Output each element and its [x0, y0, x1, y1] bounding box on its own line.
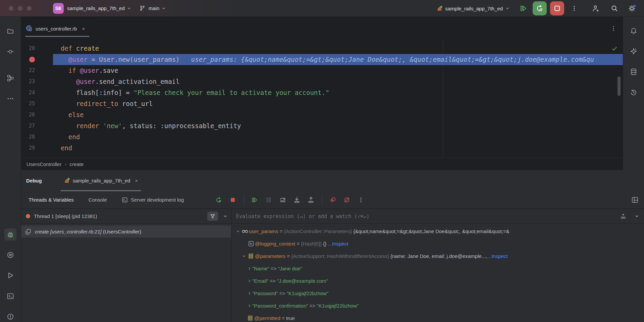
gutter[interactable]: 27 — [21, 120, 53, 131]
code-line[interactable]: 26 else — [21, 109, 623, 120]
terminal-toolwindow-button[interactable] — [4, 290, 16, 302]
rerun-button[interactable] — [214, 195, 223, 205]
editor-scrollbar-thumb[interactable] — [618, 76, 621, 96]
inspect-link[interactable]: ...Inspect — [487, 253, 508, 259]
variable-row[interactable]: "Name" => "Jane doe" — [231, 262, 644, 275]
code-line[interactable]: 23 @user.send_activation_email — [21, 76, 623, 87]
variable-row[interactable]: user_params = {ActionController::Paramet… — [231, 225, 644, 237]
resume-program-button[interactable] — [517, 2, 529, 14]
gutter[interactable]: 25 — [21, 98, 53, 109]
code-line[interactable]: @user = User.new(user_params) user_param… — [21, 54, 623, 65]
thread-dropdown-chevron[interactable] — [223, 214, 228, 219]
kebab-menu-icon — [571, 5, 577, 11]
chevron-right-icon[interactable] — [247, 291, 252, 296]
zoom-window-button[interactable] — [27, 6, 32, 11]
project-widget[interactable]: SE sample_rails_app_7th_ed — [50, 1, 134, 16]
gutter[interactable]: 24 — [21, 87, 53, 98]
minimize-window-button[interactable] — [18, 6, 22, 11]
more-run-actions-button[interactable] — [568, 2, 580, 14]
variable-row[interactable]: @logging_context = {Hash[0]} {} ...Inspe… — [231, 237, 644, 250]
vcs-branch-widget[interactable]: main — [137, 3, 169, 13]
macos-traffic-lights[interactable] — [9, 6, 32, 11]
thread-selector[interactable]: Thread 1 [sleep] (pid 12381) — [21, 209, 231, 223]
tab-console[interactable]: Console — [89, 197, 107, 203]
thread-filter-button[interactable] — [207, 212, 218, 221]
stop-button[interactable] — [550, 1, 564, 15]
problems-toolwindow-button[interactable] — [4, 311, 16, 322]
tab-threads-variables[interactable]: Threads & Variables — [29, 197, 74, 203]
code-editor[interactable]: 20 def create @user = User.new(user_para… — [21, 40, 623, 158]
run-configuration-selector[interactable]: sample_rails_app_7th_ed — [434, 3, 513, 14]
step-into-button[interactable] — [292, 195, 302, 205]
code-line[interactable]: 25 redirect_to root_url — [21, 98, 623, 109]
view-breakpoints-button[interactable] — [328, 195, 337, 205]
chevron-right-icon[interactable] — [247, 266, 252, 271]
gutter[interactable]: 28 — [21, 131, 53, 143]
commit-toolwindow-button[interactable] — [4, 46, 16, 58]
inspections-ok-check-icon[interactable] — [611, 46, 618, 52]
database-toolwindow-button[interactable] — [628, 66, 640, 78]
pause-button[interactable] — [264, 195, 273, 205]
evaluate-history-chevron[interactable] — [634, 214, 639, 219]
run-toolwindow-button[interactable] — [4, 269, 16, 281]
variable-row[interactable]: "Password" => "K1uqjajf22bzhow" — [231, 287, 644, 300]
tab-server-development-log[interactable]: Server development log — [122, 197, 184, 203]
evaluate-expression-input[interactable] — [236, 213, 620, 219]
breadcrumb-class[interactable]: UsersController — [26, 161, 61, 167]
chevron-down-icon[interactable] — [236, 229, 240, 233]
code-line[interactable]: 27 render 'new', status: :unprocessable_… — [21, 120, 623, 131]
gutter[interactable]: 23 — [21, 76, 53, 87]
search-everywhere-button[interactable] — [608, 2, 621, 14]
stack-frame-row[interactable]: create [users_controller.rb:21] (UsersCo… — [21, 225, 231, 237]
inspect-link[interactable]: ...Inspect — [328, 241, 348, 247]
chevron-right-icon[interactable] — [247, 279, 252, 283]
code-line[interactable]: 28 end — [21, 131, 623, 143]
mute-breakpoints-button[interactable] — [342, 195, 352, 205]
code-line[interactable]: 22 if @user.save — [21, 65, 623, 76]
code-with-me-button[interactable] — [590, 2, 602, 14]
close-window-button[interactable] — [9, 6, 13, 11]
structure-toolwindow-button[interactable] — [4, 72, 16, 84]
code-text: redirect_to root_url — [53, 98, 623, 109]
gutter[interactable]: 29 — [21, 143, 53, 154]
notifications-button[interactable] — [628, 25, 640, 37]
code-text: def create — [53, 43, 623, 54]
chevron-down-icon[interactable] — [242, 254, 246, 258]
chevron-right-icon[interactable] — [247, 304, 252, 308]
variable-row[interactable]: "Email" => "J.doe@example.com" — [231, 275, 644, 287]
breakpoint-icon[interactable] — [29, 57, 35, 62]
variable-row[interactable]: @permitted = true — [231, 312, 644, 322]
editor-options-button[interactable] — [611, 26, 616, 31]
stop-button[interactable] — [228, 195, 237, 205]
terminal-tab-icon — [122, 197, 128, 203]
gutter[interactable] — [21, 54, 53, 65]
project-toolwindow-button[interactable] — [4, 25, 16, 37]
variable-row[interactable]: "Password_confirmation" => "K1uqjajf22bz… — [231, 300, 644, 312]
services-toolwindow-button[interactable] — [4, 249, 16, 261]
more-debug-actions-button[interactable] — [356, 195, 366, 205]
debug-session-tab[interactable]: sample_rails_app_7th_ed × — [60, 170, 142, 191]
variable-row[interactable]: @parameters = {ActiveSupport::HashWithIn… — [231, 250, 644, 262]
close-session-icon[interactable]: × — [135, 178, 138, 183]
gutter[interactable]: 26 — [21, 109, 53, 120]
step-over-button[interactable] — [278, 195, 287, 205]
ai-assistant-button[interactable] — [628, 45, 640, 57]
editor-tab-users-controller[interactable]: users_controller.rb × — [25, 17, 90, 40]
resume-icon — [251, 197, 258, 203]
code-line[interactable]: 24 flash[:info] = "Please check your ema… — [21, 87, 623, 98]
debug-toolwindow-button[interactable] — [4, 228, 16, 240]
step-out-button[interactable] — [306, 195, 316, 205]
close-tab-icon[interactable]: × — [82, 26, 85, 32]
breadcrumb-method[interactable]: create — [70, 161, 84, 167]
settings-button[interactable] — [626, 2, 638, 14]
gutter[interactable]: 20 — [21, 43, 53, 54]
more-toolwindows-button[interactable] — [4, 93, 16, 105]
rerun-debug-button[interactable] — [533, 1, 547, 15]
add-watch-button[interactable] — [620, 213, 627, 220]
gutter[interactable]: 22 — [21, 65, 53, 76]
resume-button[interactable] — [250, 195, 259, 205]
code-line[interactable]: 29 end — [21, 143, 623, 154]
layout-settings-button[interactable] — [631, 196, 639, 204]
history-toolwindow-button[interactable] — [628, 87, 640, 99]
code-line[interactable]: 20 def create — [21, 43, 623, 54]
